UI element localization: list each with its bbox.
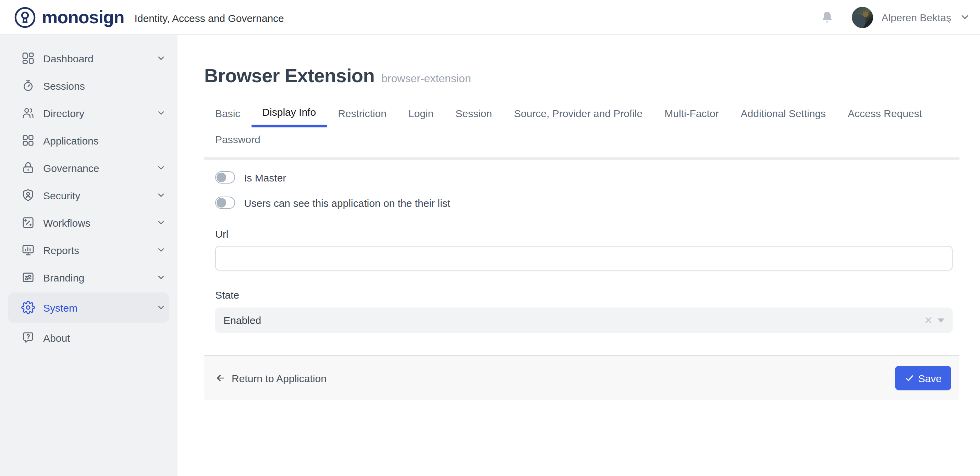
tab-password[interactable]: Password — [204, 127, 271, 154]
notifications-bell-icon[interactable] — [821, 10, 834, 25]
apps-grid-icon — [21, 133, 35, 147]
state-select[interactable]: Enabled ✕ — [215, 308, 953, 333]
left-arrow-icon — [215, 373, 226, 384]
page-title: Browser Extension — [204, 65, 374, 87]
tab-access-request[interactable]: Access Request — [837, 102, 933, 127]
tab-additional-settings[interactable]: Additional Settings — [730, 102, 837, 127]
wand-icon — [21, 216, 35, 229]
chevron-down-icon — [156, 108, 166, 118]
app-header: monosign Identity, Access and Governance… — [0, 0, 980, 35]
sidebar: Dashboard Sessions — [0, 35, 178, 476]
sidebar-item-governance[interactable]: Governance — [0, 154, 178, 181]
brand[interactable]: monosign Identity, Access and Governance — [14, 6, 284, 29]
tab-source-provider-profile[interactable]: Source, Provider and Profile — [503, 102, 654, 127]
sidebar-item-dashboard[interactable]: Dashboard — [0, 44, 178, 72]
sidebar-item-reports[interactable]: Reports — [0, 236, 178, 264]
save-button-label: Save — [918, 372, 942, 384]
sidebar-item-label: Governance — [43, 162, 99, 174]
visible-to-users-toggle[interactable] — [215, 197, 235, 209]
gear-icon — [21, 301, 35, 314]
url-label: Url — [215, 228, 953, 240]
chevron-down-icon — [156, 245, 166, 255]
return-to-application-link[interactable]: Return to Application — [215, 372, 326, 384]
brand-name: monosign — [42, 8, 124, 26]
brand-tagline: Identity, Access and Governance — [134, 12, 284, 24]
caret-down-icon[interactable] — [937, 318, 944, 322]
sidebar-item-applications[interactable]: Applications — [0, 127, 178, 154]
check-icon — [905, 373, 914, 383]
return-to-application-label: Return to Application — [232, 372, 326, 384]
tab-restriction[interactable]: Restriction — [327, 102, 398, 127]
sidebar-item-workflows[interactable]: Workflows — [0, 209, 178, 236]
tab-login[interactable]: Login — [398, 102, 444, 127]
tab-bar: Basic Display Info Restriction Login Ses… — [204, 102, 959, 154]
page-head: Browser Extension browser-extension — [204, 65, 959, 87]
user-menu-chevron-down-icon[interactable] — [959, 12, 970, 22]
chevron-down-icon — [156, 218, 166, 227]
tab-display-info[interactable]: Display Info — [251, 102, 327, 127]
sidebar-item-label: About — [43, 332, 70, 343]
sidebar-item-label: Dashboard — [43, 52, 94, 64]
form-footer: Return to Application Save — [204, 355, 959, 400]
is-master-row: Is Master — [215, 171, 953, 184]
sidebar-item-label: Sessions — [43, 80, 85, 91]
tab-session[interactable]: Session — [444, 102, 503, 127]
sliders-icon — [21, 271, 35, 284]
sidebar-item-label: Directory — [43, 107, 84, 119]
url-input[interactable] — [215, 246, 953, 271]
state-select-value: Enabled — [223, 314, 261, 326]
visible-to-users-row: Users can see this application on the th… — [215, 197, 953, 209]
save-button[interactable]: Save — [895, 366, 951, 390]
chevron-down-icon — [156, 273, 166, 282]
sidebar-item-sessions[interactable]: Sessions — [0, 72, 178, 99]
visible-to-users-label: Users can see this application on the th… — [244, 197, 450, 209]
chevron-down-icon — [156, 54, 166, 63]
user-name: Alperen Bektaş — [881, 11, 951, 23]
app-viewport: monosign Identity, Access and Governance… — [0, 0, 980, 476]
clear-icon[interactable]: ✕ — [924, 315, 933, 325]
shield-user-icon — [21, 188, 35, 202]
display-info-form: Is Master Users can see this application… — [204, 171, 959, 333]
users-icon — [21, 106, 35, 120]
sidebar-item-label: Workflows — [43, 217, 91, 228]
sidebar-item-security[interactable]: Security — [0, 181, 178, 209]
is-master-label: Is Master — [244, 171, 286, 183]
tab-basic[interactable]: Basic — [204, 102, 251, 127]
sidebar-item-label: Security — [43, 189, 80, 201]
dashboard-icon — [21, 51, 35, 65]
chevron-down-icon — [156, 303, 166, 312]
lock-icon — [21, 161, 35, 175]
page-subtitle: browser-extension — [381, 73, 471, 85]
tab-multi-factor[interactable]: Multi-Factor — [654, 102, 730, 127]
tabs-divider — [204, 157, 959, 160]
main-content: Browser Extension browser-extension Basi… — [178, 35, 980, 476]
sidebar-item-label: Reports — [43, 244, 79, 256]
sidebar-item-label: Applications — [43, 135, 99, 146]
sidebar-item-directory[interactable]: Directory — [0, 99, 178, 127]
monitor-chart-icon — [21, 243, 35, 257]
sidebar-item-branding[interactable]: Branding — [0, 264, 178, 291]
user-avatar[interactable] — [852, 6, 873, 28]
state-label: State — [215, 289, 953, 301]
header-right: Alperen Bektaş — [821, 6, 970, 28]
monosign-logo-icon — [14, 6, 36, 29]
state-select-icons: ✕ — [924, 315, 944, 325]
sidebar-item-about[interactable]: About — [0, 324, 178, 351]
stopwatch-icon — [21, 79, 35, 92]
sidebar-item-system[interactable]: System — [8, 292, 169, 322]
chevron-down-icon — [156, 163, 166, 173]
sidebar-item-label: Branding — [43, 271, 84, 283]
help-bubble-icon — [21, 331, 35, 344]
is-master-toggle[interactable] — [215, 171, 235, 184]
chevron-down-icon — [156, 190, 166, 200]
sidebar-item-label: System — [43, 302, 78, 313]
